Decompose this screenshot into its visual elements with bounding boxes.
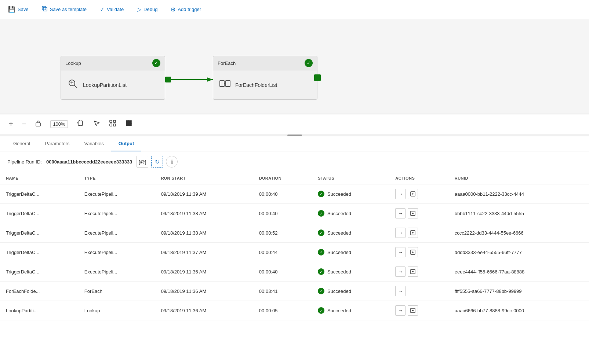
action-run-details-button[interactable]: → (395, 266, 406, 277)
status-success-icon: ✓ (318, 210, 324, 217)
cell-run-start: 09/18/2019 11:38 AM (155, 204, 253, 223)
status-text: Succeeded (327, 211, 351, 216)
arrange-button[interactable] (108, 118, 118, 130)
bottom-panel: General Parameters Variables Output Pipe… (0, 136, 589, 320)
table-row[interactable]: TriggerDeltaC...ExecutePipeli...09/18/20… (0, 184, 589, 204)
table-row[interactable]: TriggerDeltaC...ExecutePipeli...09/18/20… (0, 223, 589, 243)
action-run-details-button[interactable]: → (395, 189, 406, 199)
copy-run-id-button[interactable]: [@] (137, 156, 148, 168)
action-view-button[interactable] (408, 208, 418, 218)
action-view-button[interactable] (408, 266, 418, 277)
cell-run-start: 09/18/2019 11:37 AM (155, 243, 253, 262)
foreach-node-icon (219, 78, 231, 92)
action-run-details-button[interactable]: → (395, 286, 406, 296)
zoom-in-button[interactable]: + (7, 118, 15, 130)
save-button[interactable]: 💾 Save (6, 4, 31, 14)
validate-label: Validate (107, 7, 124, 12)
runs-table: NAME TYPE RUN START DURATION STATUS ACTI… (0, 172, 589, 320)
table-row[interactable]: ForEachFolde...ForEach09/18/2019 11:36 A… (0, 282, 589, 301)
cell-run-start: 09/18/2019 11:36 AM (155, 282, 253, 301)
action-view-button[interactable] (408, 189, 418, 199)
save-label: Save (18, 7, 29, 12)
cell-status: ✓Succeeded (312, 243, 389, 262)
col-actions: ACTIONS (389, 172, 448, 184)
foreach-node[interactable]: ForEach ✓ ForEachFolderList (213, 56, 317, 100)
table-row[interactable]: LookupPartiti...Lookup09/18/2019 11:36 A… (0, 301, 589, 320)
lookup-node-header: Lookup ✓ (61, 56, 165, 70)
add-trigger-button[interactable]: ⊕ Add trigger (168, 4, 203, 14)
validate-button[interactable]: ✓ Validate (98, 4, 126, 14)
cell-type: ExecutePipeli... (79, 262, 155, 282)
status-success-icon: ✓ (318, 249, 324, 255)
zoom-percent-button[interactable]: 100% (49, 119, 69, 129)
cell-run-start: 09/18/2019 11:39 AM (155, 184, 253, 204)
validate-icon: ✓ (100, 6, 105, 13)
cell-run-start: 09/18/2019 11:36 AM (155, 262, 253, 282)
layers-button[interactable] (124, 118, 134, 130)
cell-actions: → (389, 262, 448, 282)
cell-name: ForEachFolde... (0, 282, 79, 301)
save-as-template-label: Save as template (50, 7, 87, 12)
svg-rect-21 (129, 123, 131, 126)
info-button[interactable]: ℹ (166, 156, 178, 168)
tab-general[interactable]: General (6, 136, 37, 151)
cell-actions: → (389, 243, 448, 262)
fit-to-screen-button[interactable] (75, 118, 86, 130)
svg-rect-0 (42, 6, 46, 10)
run-info-bar: Pipeline Run ID: 0000aaaa11bbccccdd22eee… (0, 151, 589, 172)
cell-name: LookupPartiti... (0, 301, 79, 320)
save-as-template-button[interactable]: Save as template (40, 4, 89, 15)
action-run-details-button[interactable]: → (395, 228, 406, 238)
lock-button[interactable] (33, 118, 43, 130)
status-success-icon: ✓ (318, 229, 324, 236)
cell-runid: dddd3333-ee44-5555-66ff-7777 (449, 243, 589, 262)
action-run-details-button[interactable]: → (395, 247, 406, 257)
status-success-icon: ✓ (318, 191, 324, 197)
svg-rect-19 (129, 121, 131, 123)
status-text: Succeeded (327, 288, 351, 294)
cell-actions: → (389, 204, 448, 223)
svg-rect-13 (78, 121, 83, 125)
cell-duration: 00:00:40 (253, 262, 312, 282)
lookup-node-title: Lookup (65, 60, 81, 66)
cell-status: ✓Succeeded (312, 184, 389, 204)
action-view-button[interactable] (408, 305, 418, 316)
svg-rect-20 (126, 123, 129, 126)
action-view-button[interactable] (408, 247, 418, 257)
tab-output[interactable]: Output (111, 136, 142, 151)
toolbar: 💾 Save Save as template ✓ Validate ▷ Deb… (0, 0, 589, 19)
table-row[interactable]: TriggerDeltaC...ExecutePipeli...09/18/20… (0, 262, 589, 282)
svg-rect-14 (110, 120, 112, 122)
cell-runid: eeee4444-ff55-6666-77aa-88888 (449, 262, 589, 282)
lookup-node[interactable]: Lookup ✓ LookupPartitionList (61, 56, 165, 100)
action-view-button[interactable] (408, 228, 418, 238)
cell-duration: 00:00:05 (253, 301, 312, 320)
cell-duration: 00:00:52 (253, 223, 312, 243)
tab-variables[interactable]: Variables (77, 136, 111, 151)
table-row[interactable]: TriggerDeltaC...ExecutePipeli...09/18/20… (0, 204, 589, 223)
svg-rect-15 (113, 120, 116, 122)
status-success-icon: ✓ (318, 268, 324, 275)
select-tool-button[interactable] (91, 118, 102, 130)
action-run-details-button[interactable]: → (395, 208, 406, 218)
save-icon: 💾 (8, 6, 15, 13)
table-row[interactable]: TriggerDeltaC...ExecutePipeli...09/18/20… (0, 243, 589, 262)
svg-rect-1 (43, 7, 47, 11)
foreach-node-body: ForEachFolderList (213, 70, 317, 99)
tabs: General Parameters Variables Output (0, 136, 589, 151)
cell-status: ✓Succeeded (312, 223, 389, 243)
col-duration: DURATION (253, 172, 312, 184)
cell-type: ForEach (79, 282, 155, 301)
cell-duration: 00:00:40 (253, 184, 312, 204)
svg-rect-16 (110, 124, 112, 126)
status-success-icon: ✓ (318, 307, 324, 314)
refresh-button[interactable]: ↻ (151, 156, 163, 168)
action-run-details-button[interactable]: → (395, 305, 406, 316)
cell-name: TriggerDeltaC... (0, 262, 79, 282)
debug-button[interactable]: ▷ Debug (135, 4, 160, 14)
tab-parameters[interactable]: Parameters (37, 136, 77, 151)
add-trigger-label: Add trigger (178, 7, 201, 12)
table-header: NAME TYPE RUN START DURATION STATUS ACTI… (0, 172, 589, 184)
zoom-out-button[interactable]: − (21, 118, 28, 130)
lookup-node-icon (67, 78, 79, 92)
